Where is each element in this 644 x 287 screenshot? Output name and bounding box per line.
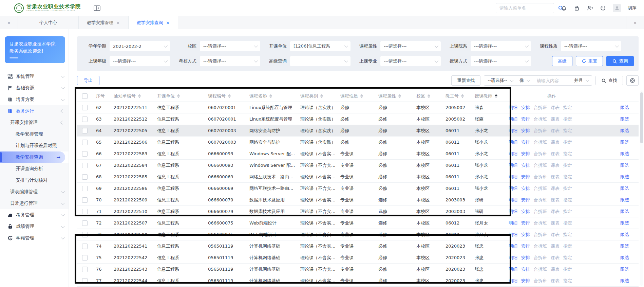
op-link-安排[interactable]: 安排 [521, 220, 530, 226]
op-link-限选[interactable]: 限选 [620, 243, 629, 249]
header-cell-课程名称[interactable]: 课程名称 [246, 93, 297, 99]
op-link-明细[interactable]: 明细 [509, 174, 517, 180]
op-link-明细[interactable]: 明细 [509, 139, 517, 145]
op-link-指定[interactable]: 指定 [563, 139, 572, 145]
research-button[interactable]: 重新查找 [451, 75, 480, 86]
op-link-明细[interactable]: 明细 [509, 209, 517, 215]
op-link-限选[interactable]: 限选 [620, 151, 629, 157]
sidebar-item-8[interactable]: 开课查询分析 [0, 163, 69, 175]
op-link-合拆班[interactable]: 合拆班 [534, 209, 547, 215]
filter-select-1-4[interactable]: ---请选择--- [471, 41, 531, 51]
sort-carets-icon[interactable] [138, 94, 141, 98]
op-link-指定[interactable]: 指定 [563, 255, 572, 261]
find-operator-select[interactable]: 像 [516, 77, 533, 84]
op-link-课表[interactable]: 课表 [551, 139, 560, 145]
filter-select-1-0[interactable]: 2021-2022-2 [110, 41, 170, 51]
tab-teaching-arrangement-query[interactable]: 教学安排查询 × [129, 16, 178, 29]
op-link-限选[interactable]: 限选 [620, 105, 629, 111]
sort-carets-icon[interactable] [398, 94, 401, 98]
sidebar-item-14[interactable]: 学籍管理 [0, 232, 69, 244]
op-link-指定[interactable]: 指定 [563, 151, 572, 157]
op-link-合拆班[interactable]: 合拆班 [534, 116, 547, 122]
op-link-合拆班[interactable]: 合拆班 [534, 139, 547, 145]
filter-select-2-1[interactable]: ---请选择--- [200, 56, 260, 66]
op-link-指定[interactable]: 指定 [563, 174, 572, 180]
row-checkbox[interactable] [82, 105, 88, 110]
op-link-限选[interactable]: 限选 [620, 116, 629, 122]
op-link-限选[interactable]: 限选 [620, 232, 629, 238]
tabs-scroll-left-icon[interactable]: « [0, 16, 18, 29]
op-link-合拆班[interactable]: 合拆班 [534, 185, 547, 192]
op-link-明细[interactable]: 明细 [509, 278, 517, 284]
op-link-限选[interactable]: 限选 [620, 266, 629, 272]
op-link-限选[interactable]: 限选 [620, 139, 629, 145]
sidebar-item-1[interactable]: 基础资源 [0, 82, 69, 94]
op-link-限选[interactable]: 限选 [620, 174, 629, 180]
op-link-指定[interactable]: 指定 [563, 278, 572, 284]
sort-carets-icon[interactable] [228, 94, 231, 98]
header-cell-校区[interactable]: 校区 [413, 93, 442, 99]
sidebar-item-7[interactable]: 教学安排查询→ [0, 151, 65, 163]
op-link-课表[interactable]: 课表 [551, 128, 560, 134]
op-link-安排[interactable]: 安排 [521, 128, 530, 134]
row-checkbox[interactable] [82, 151, 88, 157]
column-settings-button[interactable] [626, 75, 639, 86]
row-checkbox[interactable] [82, 116, 88, 122]
op-link-合拆班[interactable]: 合拆班 [534, 105, 547, 111]
op-link-安排[interactable]: 安排 [521, 255, 530, 261]
header-cell-通知单编号[interactable]: 通知单编号 [110, 93, 154, 99]
op-link-指定[interactable]: 指定 [563, 232, 572, 238]
reset-button[interactable]: 重置 [576, 56, 603, 66]
op-link-课表[interactable]: 课表 [551, 220, 560, 226]
op-link-安排[interactable]: 安排 [521, 197, 530, 203]
row-checkbox[interactable] [82, 255, 88, 261]
close-icon[interactable]: × [116, 20, 120, 25]
query-button[interactable]: 查询 [606, 56, 634, 66]
sidebar-item-10[interactable]: 课表编排管理 [0, 186, 69, 198]
filter-select-2-3[interactable]: ---请选择--- [380, 56, 441, 66]
row-checkbox[interactable] [82, 197, 88, 203]
op-link-指定[interactable]: 指定 [563, 243, 572, 249]
op-link-课表[interactable]: 课表 [551, 243, 560, 249]
find-field-select[interactable]: --请选择-- [484, 77, 516, 84]
op-link-限选[interactable]: 限选 [620, 162, 629, 168]
scrollbar-thumb[interactable] [640, 92, 643, 143]
header-cell-开课单位[interactable]: 开课单位 [154, 93, 205, 99]
filter-select-1-3[interactable]: ---请选择--- [380, 41, 441, 51]
op-link-限选[interactable]: 限选 [620, 209, 629, 215]
op-link-课表[interactable]: 课表 [551, 266, 560, 272]
row-checkbox[interactable] [82, 186, 88, 191]
sort-carets-icon[interactable] [320, 94, 323, 98]
sidebar-item-11[interactable]: 日常运行管理 [0, 198, 69, 209]
op-link-课表[interactable]: 课表 [551, 162, 560, 168]
tab-personal-center[interactable]: 个人中心 [18, 16, 79, 29]
filter-select-1-1[interactable]: ---请选择--- [200, 41, 260, 51]
op-link-课表[interactable]: 课表 [551, 185, 560, 192]
logout-power-icon[interactable] [600, 5, 606, 11]
sidebar-item-12[interactable]: 考务管理 [0, 209, 69, 221]
op-link-明细[interactable]: 明细 [509, 105, 517, 111]
op-link-安排[interactable]: 安排 [521, 116, 530, 122]
row-checkbox[interactable] [82, 128, 88, 133]
row-checkbox[interactable] [82, 267, 88, 272]
header-cell-checkbox[interactable] [77, 93, 93, 99]
op-link-指定[interactable]: 指定 [563, 266, 572, 272]
row-checkbox[interactable] [82, 163, 88, 168]
header-cell-教工号[interactable]: 教工号 [442, 93, 471, 99]
sidebar-item-4[interactable]: 开课安排管理 [0, 117, 69, 128]
op-link-指定[interactable]: 指定 [563, 128, 572, 134]
username-label[interactable]: 胡萍 [628, 5, 637, 11]
op-link-课表[interactable]: 课表 [551, 209, 560, 215]
op-link-明细[interactable]: 明细 [509, 185, 517, 192]
op-link-课表[interactable]: 课表 [551, 105, 560, 111]
header-cell-课程性质[interactable]: 课程性质 [337, 93, 375, 99]
op-link-明细[interactable]: 明细 [509, 232, 517, 238]
op-link-安排[interactable]: 安排 [521, 105, 530, 111]
op-link-指定[interactable]: 指定 [563, 162, 572, 168]
sort-carets-icon[interactable] [428, 94, 430, 98]
op-link-合拆班[interactable]: 合拆班 [534, 255, 547, 261]
filter-select-2-0[interactable]: ---请选择--- [110, 56, 170, 66]
op-link-限选[interactable]: 限选 [620, 255, 629, 261]
sort-carets-icon[interactable] [495, 94, 497, 98]
op-link-合拆班[interactable]: 合拆班 [534, 197, 547, 203]
